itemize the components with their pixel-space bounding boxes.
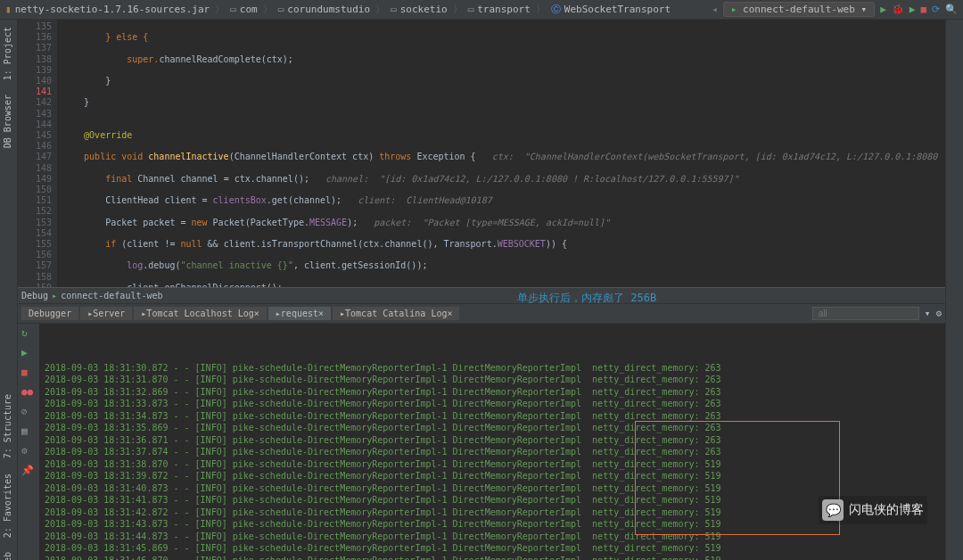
rerun-icon[interactable]: ↻ xyxy=(21,327,36,342)
debug-tabs: Debugger ▸ Server ▸ Tomcat Localhost Log… xyxy=(18,304,945,324)
mute-breakpoints-icon[interactable]: ⊘ xyxy=(21,406,36,420)
code-line: } xyxy=(62,76,940,86)
sidebar-project[interactable]: 1: Project xyxy=(0,20,15,87)
line-num: 152 xyxy=(20,206,52,217)
tab-debugger[interactable]: Debugger xyxy=(21,307,78,320)
view-breakpoints-icon[interactable]: ●● xyxy=(21,386,36,400)
breadcrumb: ▮netty-socketio-1.7.16-sources.jar 〉 ▭co… xyxy=(0,0,963,20)
code-token: ); xyxy=(347,218,374,227)
code-token: clientsBox xyxy=(213,195,267,205)
sidebar-favorites[interactable]: 2: Favorites xyxy=(0,466,15,545)
line-num: 151 xyxy=(20,195,52,206)
bc-jar[interactable]: ▮netty-socketio-1.7.16-sources.jar xyxy=(5,4,210,15)
gutter[interactable]: 135 136 137 138 139 140 141 142 143 144 … xyxy=(18,20,57,287)
line-num: 143 xyxy=(20,109,52,119)
code-area[interactable]: } else { super.channelReadComplete(ctx);… xyxy=(57,20,945,287)
stop-icon[interactable]: ■ xyxy=(21,366,36,381)
inline-hint: ctx: "ChannelHandlerContext(webSocketTra… xyxy=(492,152,945,161)
inline-hint: packet: "Packet [type=MESSAGE, ackId=nul… xyxy=(374,218,610,227)
sidebar-structure[interactable]: 7: Structure xyxy=(0,387,15,465)
tab-server[interactable]: ▸ Server xyxy=(80,307,132,320)
code-token: log xyxy=(127,260,143,270)
line-num: 138 xyxy=(20,54,52,65)
bc-pkg-socketio[interactable]: ▭socketio xyxy=(391,4,448,15)
code-token: && client.isTransportChannel(ctx.channel… xyxy=(208,239,498,249)
log-filter-input[interactable] xyxy=(812,307,919,320)
stop-icon[interactable]: ■ xyxy=(920,4,926,15)
code-token: channelInactive xyxy=(148,152,228,161)
log-line: 2018-09-03 18:31:36.871 - - [INFO] pike-… xyxy=(45,434,940,447)
inline-hint: client: ClientHead@10187 xyxy=(358,195,492,205)
pin-icon[interactable]: 📌 xyxy=(21,465,36,479)
sidebar-dbbrowser[interactable]: DB Browser xyxy=(0,87,15,155)
line-num: 149 xyxy=(20,174,52,185)
bc-pkg-com[interactable]: ▭com xyxy=(230,4,258,15)
code-token: Packet packet = xyxy=(62,218,192,227)
debug-title: Debug xyxy=(21,291,48,301)
line-num: 155 xyxy=(20,239,52,250)
log-line: 2018-09-03 18:31:30.872 - - [INFO] pike-… xyxy=(45,362,940,375)
code-editor[interactable]: 135 136 137 138 139 140 141 142 143 144 … xyxy=(18,20,945,287)
folder-icon: ▭ xyxy=(391,4,397,15)
code-token: channelReadComplete xyxy=(159,54,260,64)
line-num: 150 xyxy=(20,185,52,195)
settings-icon[interactable]: ⚙ xyxy=(935,308,942,319)
folder-icon: ▭ xyxy=(230,4,236,15)
log-line: 2018-09-03 18:31:46.870 - - [INFO] pike-… xyxy=(45,555,940,561)
code-token: MESSAGE xyxy=(309,218,347,227)
bc-sep-icon: 〉 xyxy=(375,3,385,16)
line-num: 146 xyxy=(20,141,52,152)
log-line: 2018-09-03 18:31:44.873 - - [INFO] pike-… xyxy=(45,531,940,543)
line-num: 153 xyxy=(20,218,52,228)
log-line: 2018-09-03 18:31:32.869 - - [INFO] pike-… xyxy=(45,386,940,399)
line-num: 157 xyxy=(20,260,52,271)
settings-icon[interactable]: ⚙ xyxy=(21,445,36,459)
code-token: null xyxy=(180,239,207,249)
tab-tomcat-catalina[interactable]: ▸ Tomcat Catalina Log × xyxy=(333,307,459,320)
bc-sep-icon: 〉 xyxy=(263,3,273,16)
bc-pkg-corundum[interactable]: ▭corundumstudio xyxy=(278,4,370,15)
back-icon[interactable]: ◂ xyxy=(712,4,718,15)
log-line: 2018-09-03 18:31:34.873 - - [INFO] pike-… xyxy=(45,410,940,423)
run-icon[interactable]: ▶ xyxy=(880,4,886,15)
bc-pkg-transport[interactable]: ▭transport xyxy=(468,4,531,15)
left-tool-strip: 1: Project DB Browser 7: Structure 2: Fa… xyxy=(0,20,18,560)
run-config-select[interactable]: ▸ connect-default-web ▾ xyxy=(723,2,875,17)
debug-toolbar: ↻ ▶ ■ ●● ⊘ ▦ ⚙ 📌 xyxy=(18,324,39,560)
line-num: 145 xyxy=(20,130,52,141)
log-line: 2018-09-03 18:31:31.870 - - [INFO] pike-… xyxy=(45,374,940,386)
log-line: 2018-09-03 18:31:45.869 - - [INFO] pike-… xyxy=(45,542,940,555)
debug-panel: Debug ▸ connect-default-web Debugger ▸ S… xyxy=(18,287,945,560)
line-num: 148 xyxy=(20,163,52,174)
line-num: 142 xyxy=(20,97,52,108)
sidebar-web[interactable]: Web xyxy=(0,545,15,560)
log-line: 2018-09-03 18:31:33.873 - - [INFO] pike-… xyxy=(45,398,940,410)
bc-class[interactable]: ⒸWebSocketTransport xyxy=(551,3,671,16)
code-token: new xyxy=(192,218,213,227)
tomcat-icon: ▸ xyxy=(52,291,57,301)
line-num-breakpoint[interactable]: 141 xyxy=(20,86,52,97)
log-line: 2018-09-03 18:31:43.873 - - [INFO] pike-… xyxy=(45,518,940,531)
line-num: 158 xyxy=(20,272,52,283)
code-token: (ctx); xyxy=(261,54,293,64)
update-icon[interactable]: ⟳ xyxy=(932,4,940,15)
tab-tomcat-localhost[interactable]: ▸ Tomcat Localhost Log × xyxy=(134,307,266,320)
log-line: 2018-09-03 18:31:41.873 - - [INFO] pike-… xyxy=(45,494,940,506)
tab-request[interactable]: ▸ request × xyxy=(268,307,331,320)
code-line: } else { xyxy=(62,32,148,42)
code-token: Exception { xyxy=(416,152,491,161)
code-token: "channel inactive {}" xyxy=(180,260,292,270)
console-output[interactable]: 2018-09-03 18:31:30.872 - - [INFO] pike-… xyxy=(39,324,945,560)
debug-icon[interactable]: 🐞 xyxy=(892,4,904,15)
filter-dropdown-icon[interactable]: ▾ xyxy=(925,308,931,319)
coverage-icon[interactable]: ▶ xyxy=(910,4,916,15)
line-num: 135 xyxy=(20,21,52,32)
code-annotation: @Override xyxy=(62,130,132,140)
search-icon[interactable]: 🔍 xyxy=(945,4,958,15)
code-token: .get(channel); xyxy=(267,195,358,205)
layout-icon[interactable]: ▦ xyxy=(21,425,36,440)
line-num: 144 xyxy=(20,119,52,130)
jar-icon: ▮ xyxy=(5,4,12,15)
code-token: throws xyxy=(379,152,416,161)
resume-icon[interactable]: ▶ xyxy=(21,347,36,361)
